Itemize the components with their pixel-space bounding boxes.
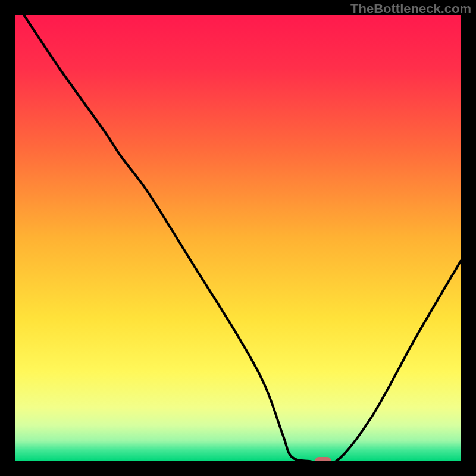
optimal-marker: [315, 457, 331, 461]
curve-path: [24, 15, 461, 461]
chart-plot-area: [15, 15, 461, 461]
bottleneck-curve: [15, 15, 461, 461]
watermark: TheBottleneck.com: [350, 1, 471, 17]
